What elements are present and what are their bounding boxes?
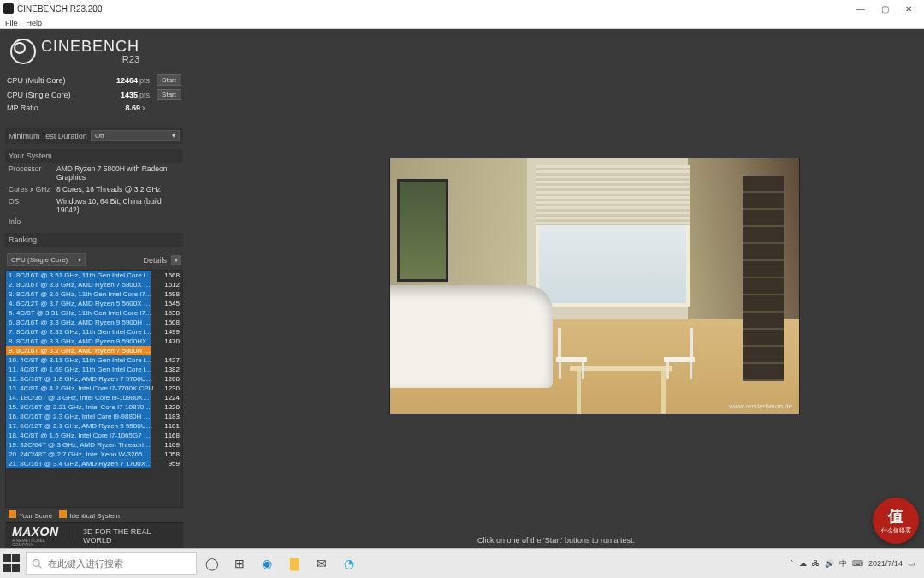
score-panel: CPU (Multi Core) 12464 pts Start CPU (Si… (5, 73, 183, 114)
sys-cores: 8 Cores, 16 Threads @ 3.2 GHz (56, 185, 180, 194)
taskbar-search[interactable] (26, 552, 197, 575)
ranking-row[interactable]: 1. 8C/16T @ 3.51 GHz, 11th Gen Intel Cor… (6, 271, 182, 280)
window-title: CINEBENCH R23.200 (17, 4, 102, 14)
ranking-row[interactable]: 15. 8C/16T @ 2.21 GHz, Intel Core i7-108… (6, 402, 182, 412)
cinebench-ring-icon (10, 39, 36, 64)
ranking-row[interactable]: 9. 8C/16T @ 3.2 GHz, AMD Ryzen 7 5800H w… (6, 346, 182, 355)
duration-select[interactable]: Off▾ (91, 130, 180, 141)
main-view: www.renderbaron.de Click on one of the '… (188, 29, 924, 548)
duration-row: Minimum Test Duration Off▾ (5, 128, 183, 144)
task-view-icon[interactable]: ⊞ (228, 551, 252, 575)
minimize-button[interactable]: — (849, 4, 873, 14)
start-single-button[interactable]: Start (157, 89, 181, 100)
menu-help[interactable]: Help (27, 19, 43, 27)
taskbar: ◯ ⊞ ◉ ▇ ✉ ◔ ˄ ☁ 🖧 🔊 中 ⌨ 2021/7/14 ▭ (0, 548, 924, 578)
app-logo: CINEBENCH R23 (10, 38, 183, 64)
hint-text: Click on one of the 'Start' buttons to r… (188, 536, 924, 545)
ranking-list[interactable]: 1. 8C/16T @ 3.51 GHz, 11th Gen Intel Cor… (5, 270, 183, 508)
titlebar: CINEBENCH R23.200 — ▢ ✕ (0, 0, 924, 17)
maxon-logo: MAXON (12, 525, 65, 539)
score-single-label: CPU (Single Core) (7, 91, 97, 99)
start-multi-button[interactable]: Start (157, 74, 181, 86)
search-icon (32, 558, 43, 569)
ranking-row[interactable]: 12. 8C/16T @ 1.8 GHz, AMD Ryzen 7 5700U … (6, 374, 182, 384)
ranking-details-label: Details (143, 256, 169, 265)
ranking-row[interactable]: 11. 4C/8T @ 1.69 GHz, 11th Gen Intel Cor… (6, 365, 182, 374)
sys-processor: AMD Ryzen 7 5800H with Radeon Graphics (56, 164, 180, 182)
sys-os: Windows 10, 64 Bit, China (build 19042) (56, 197, 180, 214)
tray-volume-icon[interactable]: 🔊 (825, 559, 834, 568)
maximize-button[interactable]: ▢ (873, 4, 897, 14)
ranking-row[interactable]: 2. 8C/16T @ 3.8 GHz, AMD Ryzen 7 5800X 8… (6, 280, 182, 289)
explorer-icon[interactable]: ▇ (282, 551, 306, 575)
ranking-row[interactable]: 4. 6C/12T @ 3.7 GHz, AMD Ryzen 5 5600X 6… (6, 299, 182, 308)
ranking-row[interactable]: 8. 8C/16T @ 3.3 GHz, AMD Ryzen 9 5900HX … (6, 337, 182, 346)
ranking-row[interactable]: 20. 24C/48T @ 2.7 GHz, Intel Xeon W-3265… (6, 450, 182, 459)
duration-label: Minimum Test Duration (9, 132, 87, 140)
score-single-value: 1435 (97, 91, 138, 99)
ranking-legend: Your Score Identical System (5, 508, 183, 522)
cortana-icon[interactable]: ◯ (200, 551, 224, 575)
close-button[interactable]: ✕ (897, 4, 921, 14)
ranking-row[interactable]: 14. 18C/36T @ 3 GHz, Intel Core i9-10980… (6, 393, 182, 402)
maxon-bar: MAXON A NEMETSCHEK COMPANY 3D FOR THE RE… (5, 522, 183, 548)
system-header: Your System (5, 149, 183, 163)
menu-file[interactable]: File (5, 19, 18, 27)
ranking-row[interactable]: 16. 8C/16T @ 2.3 GHz, Intel Core i9-9880… (6, 412, 182, 421)
score-mp-value: 8.69 (99, 104, 140, 112)
tray-cloud-icon[interactable]: ☁ (799, 559, 807, 568)
ranking-row[interactable]: 13. 4C/8T @ 4.2 GHz, Intel Core i7-7700K… (6, 384, 182, 393)
sys-info (56, 217, 180, 226)
ranking-row[interactable]: 7. 8C/16T @ 2.31 GHz, 11th Gen Intel Cor… (6, 327, 182, 337)
start-button[interactable] (3, 554, 22, 573)
tray-network-icon[interactable]: 🖧 (812, 559, 820, 568)
score-multi-label: CPU (Multi Core) (7, 76, 97, 85)
search-input[interactable] (48, 558, 191, 569)
tray-keyboard-icon[interactable]: ⌨ (852, 559, 863, 568)
mail-icon[interactable]: ✉ (310, 551, 334, 575)
score-multi-value: 12464 (97, 76, 138, 85)
menubar: File Help (0, 17, 924, 29)
tray-date[interactable]: 2021/7/14 (868, 559, 903, 568)
ranking-row[interactable]: 3. 8C/16T @ 3.6 GHz, 11th Gen Intel Core… (6, 289, 182, 299)
sidebar: CINEBENCH R23 CPU (Multi Core) 12464 pts… (0, 29, 188, 548)
system-tray[interactable]: ˄ ☁ 🖧 🔊 中 ⌨ 2021/7/14 ▭ (785, 558, 921, 569)
render-preview: www.renderbaron.de (389, 158, 800, 414)
tray-ime[interactable]: 中 (839, 558, 847, 569)
ranking-row[interactable]: 21. 8C/16T @ 3.4 GHz, AMD Ryzen 7 1700X … (6, 459, 182, 468)
ranking-row[interactable]: 5. 4C/8T @ 3.31 GHz, 11th Gen Intel Core… (6, 308, 182, 318)
svg-line-1 (38, 565, 41, 568)
ranking-row[interactable]: 6. 8C/16T @ 3.3 GHz, AMD Ryzen 9 5900H w… (6, 318, 182, 327)
ranking-header: Ranking (5, 233, 183, 247)
ranking-row[interactable]: 19. 32C/64T @ 3 GHz, AMD Ryzen Threadrip… (6, 440, 182, 450)
ranking-mode-select[interactable]: CPU (Single Core)▾ (7, 253, 86, 266)
smzdm-sticker: 值 什么值得买 (873, 498, 919, 544)
edge-icon[interactable]: ◉ (255, 551, 279, 575)
ranking-row[interactable]: 18. 4C/8T @ 1.5 GHz, Intel Core i7-1065G… (6, 431, 182, 440)
ranking-row[interactable]: 10. 4C/8T @ 3.11 GHz, 11th Gen Intel Cor… (6, 355, 182, 365)
svg-point-0 (33, 559, 40, 566)
tray-chevron-icon[interactable]: ˄ (790, 559, 794, 568)
logo-text: CINEBENCH (41, 38, 139, 56)
render-watermark: www.renderbaron.de (729, 402, 792, 410)
ranking-details-toggle[interactable]: ▾ (171, 255, 181, 265)
tray-notifications-icon[interactable]: ▭ (908, 559, 915, 568)
score-mp-label: MP Ratio (7, 104, 99, 112)
app-icon (3, 3, 14, 14)
ranking-row[interactable]: 17. 6C/12T @ 2.1 GHz, AMD Ryzen 5 5500U … (6, 421, 182, 431)
cinebench-taskbar-icon[interactable]: ◔ (337, 551, 361, 575)
